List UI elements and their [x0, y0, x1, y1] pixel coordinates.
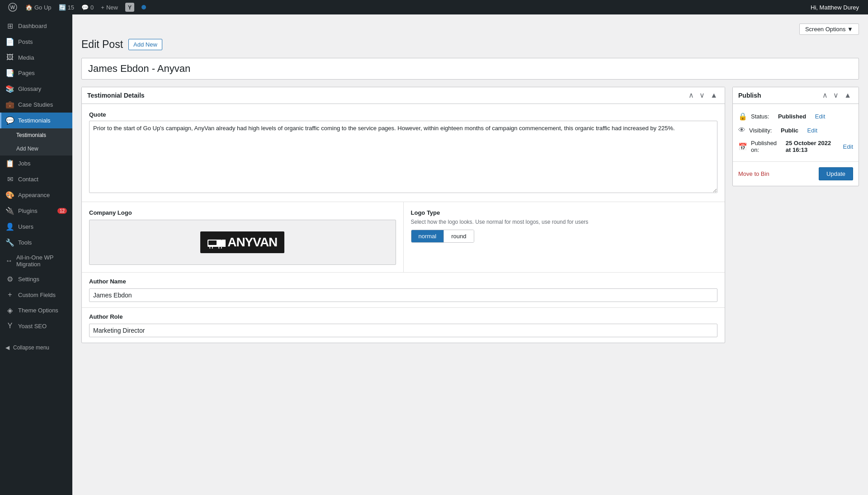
sidebar-item-tools[interactable]: 🔧 Tools [0, 235, 72, 250]
sidebar-item-users[interactable]: 👤 Users [0, 219, 72, 235]
status-icon: 🔒 [738, 112, 747, 121]
sidebar-item-case-studies[interactable]: 💼 Case Studies [0, 97, 72, 113]
publish-metabox: Publish ∧ ∨ ▲ 🔒 Status: Published Edit [732, 87, 859, 186]
updates-btn[interactable]: 🔄 15 [55, 0, 78, 14]
users-icon: 👤 [5, 222, 14, 231]
publish-down-btn[interactable]: ∨ [831, 91, 840, 100]
sidebar-item-all-in-one[interactable]: ↔ All-in-One WP Migration [0, 250, 72, 271]
move-to-bin-link[interactable]: Move to Bin [738, 170, 769, 177]
custom-fields-icon: + [5, 291, 14, 299]
theme-options-icon: ◈ [5, 306, 14, 315]
sidebar-item-custom-fields[interactable]: + Custom Fields [0, 287, 72, 302]
screen-options-button[interactable]: Screen Options ▼ [799, 24, 859, 35]
anyvan-text: ANYVAN [227, 235, 277, 250]
wp-logo[interactable]: W [4, 0, 22, 14]
site-name[interactable]: 🏠 Go Up [22, 0, 55, 14]
author-role-row: Author Role [82, 307, 725, 343]
plugins-badge: 12 [57, 208, 67, 214]
metabox-controls: ∧ ∨ ▲ [687, 91, 719, 100]
publish-header: Publish ∧ ∨ ▲ [733, 87, 859, 104]
author-name-row: Author Name [82, 272, 725, 307]
publish-actions: Move to Bin Update [733, 161, 859, 186]
sidebar-item-glossary[interactable]: 📚 Glossary [0, 81, 72, 97]
svg-point-8 [219, 246, 222, 249]
sidebar-item-theme-options[interactable]: ◈ Theme Options [0, 302, 72, 318]
sidebar-item-settings[interactable]: ⚙ Settings [0, 271, 72, 287]
publish-arrows: ∧ ∨ ▲ [821, 91, 853, 100]
metabox-toggle-btn[interactable]: ▲ [708, 91, 719, 100]
quote-label: Quote [89, 111, 717, 118]
publish-up-btn[interactable]: ∧ [821, 91, 830, 100]
page-header: Edit Post Add New [81, 38, 859, 51]
author-name-input[interactable] [89, 288, 717, 302]
post-title-input[interactable] [81, 58, 859, 80]
publish-body: 🔒 Status: Published Edit 👁 Visibility: P… [733, 104, 859, 161]
metabox-title: Testimonial Details [87, 92, 687, 99]
sidebar-item-appearance[interactable]: 🎨 Appearance [0, 187, 72, 203]
edit-post-layout: Testimonial Details ∧ ∨ ▲ Quote Prior to… [81, 87, 859, 350]
metabox-down-btn[interactable]: ∨ [698, 91, 707, 100]
settings-icon: ⚙ [5, 275, 14, 283]
sidebar-item-jobs[interactable]: 📋 Jobs [0, 156, 72, 171]
svg-text:W: W [10, 5, 15, 10]
case-studies-icon: 💼 [5, 100, 14, 109]
svg-rect-9 [208, 240, 217, 245]
contact-icon: ✉ [5, 175, 14, 184]
metabox-up-btn[interactable]: ∧ [687, 91, 696, 100]
sidebar-item-add-new[interactable]: Add New [0, 142, 72, 156]
testimonials-submenu: Testimonials Add New [0, 128, 72, 156]
logo-preview[interactable]: ANYVAN [89, 220, 396, 265]
publish-date-row: 📅 Published on: 25 October 2022 at 16:13… [738, 137, 853, 156]
quote-textarea[interactable]: Prior to the start of Go Up's campaign, … [89, 121, 717, 193]
author-role-input[interactable] [89, 324, 717, 337]
visibility-edit-link[interactable]: Edit [807, 127, 817, 134]
user-greeting[interactable]: Hi, Matthew Durey [805, 4, 864, 11]
sidebar-item-media[interactable]: 🖼 Media [0, 50, 72, 65]
update-button[interactable]: Update [819, 167, 853, 180]
add-new-button[interactable]: Add New [128, 39, 162, 50]
sidebar-item-pages[interactable]: 📑 Pages [0, 65, 72, 81]
collapse-menu-btn[interactable]: ◀ Collapse menu [0, 341, 72, 354]
anyvan-van-icon [208, 236, 226, 249]
yoast-icon[interactable]: Y [122, 0, 138, 14]
comments-btn[interactable]: 💬 0 [78, 0, 97, 14]
woocommerce-icon[interactable] [138, 0, 150, 14]
media-icon: 🖼 [5, 53, 14, 61]
yoast-seo-icon: Y [5, 322, 14, 330]
svg-text:Y: Y [128, 5, 132, 11]
metabox-body: Quote Prior to the start of Go Up's camp… [82, 104, 725, 202]
appearance-icon: 🎨 [5, 191, 14, 199]
svg-point-7 [210, 246, 212, 249]
sidebar-item-contact[interactable]: ✉ Contact [0, 171, 72, 187]
plugins-icon: 🔌 [5, 207, 14, 215]
testimonials-icon: 💬 [5, 116, 14, 125]
publish-visibility-row: 👁 Visibility: Public Edit [738, 123, 853, 137]
page-title: Edit Post [81, 38, 123, 51]
published-edit-link[interactable]: Edit [843, 143, 853, 150]
updates-icon: 🔄 [59, 4, 66, 11]
jobs-icon: 📋 [5, 159, 14, 168]
calendar-icon: 📅 [738, 142, 747, 151]
sidebar-item-testimonials-list[interactable]: Testimonials [0, 128, 72, 142]
sidebar-item-yoast-seo[interactable]: Y Yoast SEO [0, 318, 72, 334]
sidebar-item-plugins[interactable]: 🔌 Plugins 12 [0, 203, 72, 219]
publish-toggle-btn[interactable]: ▲ [842, 91, 853, 100]
logo-section: Company Logo [82, 202, 725, 272]
new-btn[interactable]: + New [97, 0, 122, 14]
publish-status-row: 🔒 Status: Published Edit [738, 109, 853, 123]
sidebar-item-posts[interactable]: 📄 Posts [0, 34, 72, 50]
edit-post-sidebar: Publish ∧ ∨ ▲ 🔒 Status: Published Edit [732, 87, 859, 350]
sidebar-item-dashboard[interactable]: ⊞ Dashboard [0, 18, 72, 34]
logo-type-round-btn[interactable]: round [444, 230, 473, 242]
logo-type-desc: Select how the logo looks. Use normal fo… [411, 219, 718, 225]
admin-bar: W 🏠 Go Up 🔄 15 💬 0 + New Y Hi, Matthew D… [0, 0, 868, 14]
sidebar-item-testimonials[interactable]: 💬 Testimonials [0, 113, 72, 128]
logo-type-normal-btn[interactable]: normal [411, 230, 444, 242]
status-edit-link[interactable]: Edit [815, 113, 825, 120]
visibility-value: Public [781, 127, 798, 134]
comments-icon: 💬 [81, 4, 89, 11]
logo-type-label: Logo Type [411, 209, 718, 216]
tools-icon: 🔧 [5, 238, 14, 247]
author-name-label: Author Name [89, 278, 717, 285]
edit-post-main: Testimonial Details ∧ ∨ ▲ Quote Prior to… [81, 87, 725, 350]
